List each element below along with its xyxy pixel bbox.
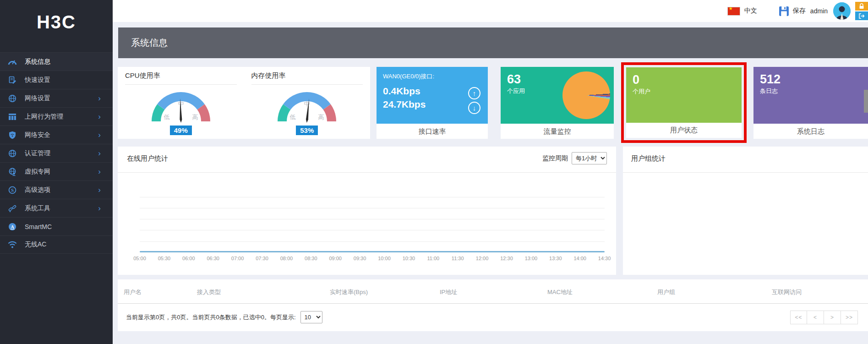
first-page-button[interactable]: << (790, 311, 807, 324)
user-status-footer[interactable]: 用户状态 (626, 123, 742, 137)
chart-gridline (140, 230, 605, 230)
save-button[interactable]: 保存 (793, 7, 806, 15)
last-page-button[interactable]: >> (841, 311, 858, 324)
highlight-red-box: 0 个用户 用户状态 (621, 62, 747, 143)
sidebar-item-3[interactable]: 上网行为管理› (0, 107, 113, 126)
speedometer-icon (7, 58, 17, 66)
sidebar-item-7[interactable]: S高级选项› (0, 180, 113, 199)
gauge-0: CPU使用率 低 中 高 49% (118, 67, 244, 139)
sidebar-item-4[interactable]: 网络安全› (0, 126, 113, 144)
sidebar-item-8[interactable]: 系统工具› (0, 199, 113, 217)
svg-text:高: 高 (192, 114, 198, 120)
x-axis-tick: 08:30 (305, 256, 317, 261)
logout-icon (858, 13, 865, 19)
sidebar-item-1[interactable]: 快速设置 (0, 71, 113, 89)
x-axis-tick: 09:00 (329, 256, 342, 261)
svg-text:中: 中 (178, 100, 184, 107)
floppy-disk-icon[interactable] (778, 5, 790, 17)
sidebar-item-label: SmartMC (25, 223, 52, 230)
user-count-unit: 个用户 (633, 87, 735, 96)
advanced-s-icon: S (7, 186, 17, 194)
sidebar-item-label: 虚拟专网 (25, 168, 50, 176)
wan-interface-label: WAN0(GE0/0)接口: (383, 72, 481, 81)
table-header-row: 用户名接入类型实时速率(Bps)IP地址MAC地址用户组互联网访问 (118, 279, 868, 304)
sidebar-item-label: 系统工具 (25, 204, 50, 213)
sidebar-item-2[interactable]: 网络设置› (0, 89, 113, 107)
system-log-footer[interactable]: 系统日志 (753, 124, 868, 139)
pagination-info: 当前显示第0页，共0页。当前页共0条数据，已选中0。每页显示: (126, 313, 296, 322)
gauge-value-badge: 53% (296, 126, 318, 135)
pagination-buttons: <<<>>> (790, 311, 858, 324)
sidebar-item-label: 高级选项 (25, 186, 50, 194)
x-axis-tick: 13:30 (549, 256, 562, 261)
language-switch[interactable]: 中文 (744, 7, 757, 15)
column-header-3: IP地址 (440, 288, 457, 296)
chart-gridline (140, 208, 605, 208)
chevron-right-icon: › (98, 168, 101, 175)
sidebar-item-label: 网络设置 (25, 94, 50, 103)
traffic-pie-chart (562, 71, 610, 119)
log-count-unit: 条日志 (760, 87, 862, 95)
x-axis-tick: 06:00 (182, 256, 195, 261)
sidebar-item-label: 上网行为管理 (25, 113, 63, 121)
sidebar-item-10[interactable]: 无线AC (0, 235, 113, 254)
sidebar-item-5[interactable]: 认证管理› (0, 144, 113, 162)
sidebar-item-9[interactable]: ASmartMC (0, 217, 113, 235)
interface-rate-footer[interactable]: 接口速率 (377, 124, 488, 139)
column-header-4: MAC地址 (547, 288, 573, 296)
sidebar-item-label: 认证管理 (25, 149, 50, 158)
monitor-period-select[interactable]: 每1小时 (572, 152, 607, 164)
x-axis-tick: 08:00 (280, 256, 293, 261)
interface-rate-card[interactable]: WAN0(GE0/0)接口: 0.4Kbps 24.7Kbps ↑ ↓ 接口速率 (377, 67, 488, 139)
logout-button[interactable] (855, 11, 868, 20)
tools-icon (7, 204, 17, 213)
sidebar-item-label: 系统信息 (25, 58, 50, 66)
user-status-card[interactable]: 0 个用户 用户状态 (626, 67, 742, 138)
chevron-right-icon: › (98, 186, 101, 194)
column-header-6: 互联网访问 (772, 288, 802, 296)
download-speed: 24.7Kbps (383, 98, 481, 111)
x-axis-tick: 05:00 (133, 256, 146, 261)
shield-icon (7, 131, 17, 139)
h3c-logo: H3C (0, 12, 113, 33)
username-label[interactable]: admin (810, 7, 828, 15)
traffic-monitor-footer[interactable]: 流量监控 (501, 124, 614, 139)
user-group-title: 用户组统计 (631, 154, 666, 162)
x-axis-tick: 06:30 (207, 256, 219, 261)
gauge-title: 内存使用率 (251, 71, 363, 85)
next-page-button[interactable]: > (824, 311, 841, 324)
svg-text:低: 低 (289, 114, 296, 120)
gauge-title: CPU使用率 (125, 71, 237, 85)
chart-gridline (140, 241, 605, 242)
lock-icon (859, 3, 864, 9)
page-size-select[interactable]: 10 (300, 311, 322, 323)
sidebar-item-label: 网络安全 (25, 131, 50, 139)
gauge-value-badge: 49% (170, 126, 192, 135)
system-log-card[interactable]: 512 条日志 系统日志 (753, 67, 868, 139)
wifi-icon (7, 240, 17, 249)
download-arrow-icon: ↓ (468, 102, 480, 114)
x-axis-tick: 14:30 (598, 256, 611, 261)
log-count: 512 (760, 72, 862, 86)
traffic-monitor-card[interactable]: 63 个应用 流量监控 (501, 67, 614, 139)
chart-gridline (140, 219, 605, 219)
globe-icon (7, 94, 17, 103)
page-header: 系统信息 (118, 27, 868, 58)
lock-screen-button[interactable] (855, 2, 868, 11)
scrollbar-thumb[interactable] (864, 90, 868, 113)
gauge-chart: 低 中 高 (147, 85, 215, 126)
sidebar-item-0[interactable]: 系统信息 (0, 52, 113, 71)
upload-speed: 0.4Kbps (383, 84, 481, 98)
usage-gauges-card: CPU使用率 低 中 高 49%内存使用率 低 中 高 53% (118, 67, 370, 139)
x-axis-tick: 10:00 (378, 256, 391, 261)
column-header-0: 用户名 (124, 288, 142, 296)
chevron-right-icon: › (98, 131, 101, 139)
online-users-chart: 05:0005:3006:0006:3007:0007:3008:0008:30… (118, 173, 616, 275)
x-axis-tick: 07:00 (231, 256, 244, 261)
x-axis-tick: 07:30 (256, 256, 268, 261)
user-avatar[interactable] (833, 2, 851, 20)
prev-page-button[interactable]: < (807, 311, 824, 324)
sidebar-item-6[interactable]: 虚拟专网› (0, 162, 113, 180)
sidebar-item-label: 快速设置 (25, 76, 50, 84)
gauge-chart: 低 中 高 (273, 85, 341, 126)
